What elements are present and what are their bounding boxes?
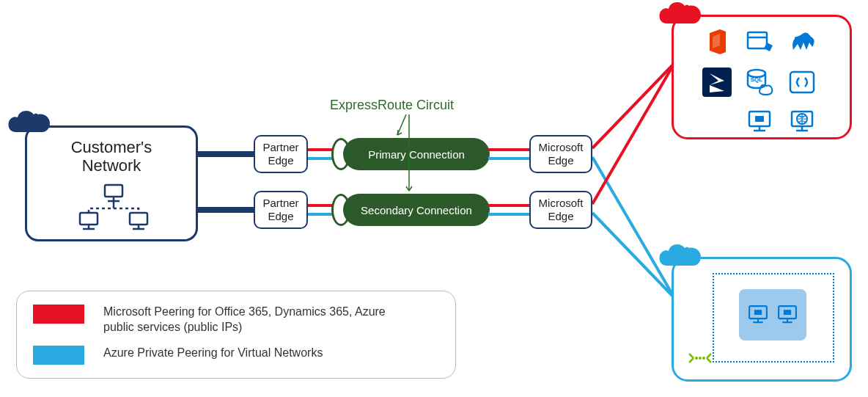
microsoft-edge-box-primary: Microsoft Edge [529,135,592,173]
services-icon-grid: SQL [701,26,818,138]
peer-line-red [488,148,531,151]
legend-swatch-blue [33,346,84,365]
svg-point-16 [795,37,798,40]
svg-rect-13 [748,32,767,48]
peer-line-blue [488,157,531,160]
svg-text:SQL: SQL [751,76,763,83]
vm-icon [775,302,800,327]
customer-network-box: Customer's Network [25,125,198,241]
legend-row-private-peering: Azure Private Peering for Virtual Networ… [33,346,439,365]
connector-line [198,151,255,157]
vnet-vm-group [739,289,806,340]
svg-marker-15 [764,43,773,51]
customer-network-label: Customer's Network [27,138,196,175]
svg-rect-34 [784,310,791,315]
peer-line-blue [488,213,531,216]
svg-point-39 [702,357,705,360]
svg-rect-3 [80,213,98,225]
dynamics-365-icon [701,66,733,98]
legend-text-ms-peering: Microsoft Peering for Office 365, Dynami… [103,305,419,335]
svg-point-38 [699,357,702,360]
microsoft-edge-label: Microsoft Edge [534,141,588,167]
svg-rect-0 [105,185,122,197]
legend-text-private-peering: Azure Private Peering for Virtual Networ… [103,346,323,361]
partner-edge-box-secondary: Partner Edge [254,191,308,229]
circuit-arrows [396,114,425,200]
customer-cloud-icon [6,106,54,138]
web-app-icon [786,106,818,138]
svg-rect-20 [790,72,814,92]
microsoft-edge-label: Microsoft Edge [534,197,588,223]
partner-edge-label: Partner Edge [258,141,304,167]
legend-row-ms-peering: Microsoft Peering for Office 365, Dynami… [33,305,439,335]
legend-box: Microsoft Peering for Office 365, Dynami… [16,291,456,379]
connector-line [198,207,255,213]
microsoft-services-cloud-icon [657,0,705,29]
empty-slot [701,106,733,138]
code-service-icon [786,66,818,98]
office-365-icon [701,26,733,59]
partner-edge-label: Partner Edge [258,197,304,223]
vnet-cloud-icon [657,239,705,272]
vm-icon [746,302,770,327]
legend-swatch-red [33,305,84,324]
svg-rect-22 [755,116,764,122]
computers-icon [77,183,150,235]
sql-database-icon: SQL [743,66,776,98]
expressroute-circuit-label: ExpressRoute Circuit [330,98,454,113]
secondary-connection-label: Secondary Connection [361,204,472,216]
partner-edge-box-primary: Partner Edge [254,135,308,173]
svg-rect-30 [754,310,762,315]
svg-point-37 [695,357,698,360]
svg-rect-6 [130,213,147,225]
microsoft-edge-box-secondary: Microsoft Edge [529,191,592,229]
hdinsight-icon [786,26,818,59]
azure-storage-icon [743,26,776,59]
peer-line-red [488,204,531,207]
vnet-peering-icon [688,349,713,367]
vm-service-icon [743,106,776,138]
